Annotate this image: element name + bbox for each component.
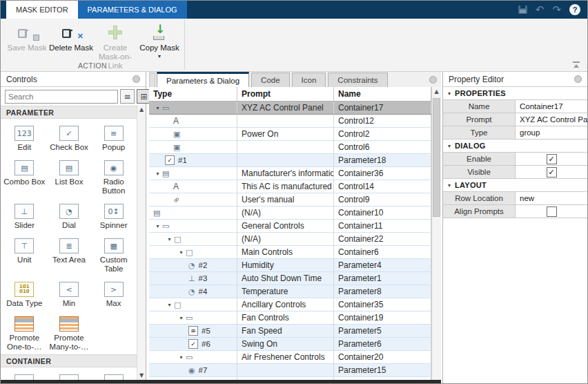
control-item-promote-many-to[interactable]: Promote Many-to-…: [47, 311, 92, 354]
table-row[interactable]: ▾▭XYZ AC Control PanelContainer17: [149, 102, 431, 115]
table-scrollbar[interactable]: ▲: [431, 87, 441, 383]
column-header-name[interactable]: Name: [334, 87, 431, 101]
expand-icon[interactable]: ▾: [177, 315, 186, 321]
property-section-layout[interactable]: ▾LAYOUT: [443, 179, 587, 192]
table-row[interactable]: ▾□Ancillary ControlsContainer35: [149, 298, 431, 311]
table-row[interactable]: ⊥#3Auto Shut Down TimeParameter1: [149, 272, 431, 285]
expand-icon[interactable]: ▾: [165, 236, 174, 242]
expand-icon[interactable]: ▾: [177, 249, 186, 256]
checkbox-checked[interactable]: ✓: [547, 154, 557, 164]
control-item-label: Data Type: [6, 299, 42, 308]
window-bottom-border: [1, 380, 441, 383]
panel-options-icon[interactable]: [429, 76, 437, 84]
help-icon[interactable]: ?: [569, 4, 580, 15]
table-row[interactable]: ∞User's manualControl9: [149, 193, 431, 207]
table-row[interactable]: ◔#2HumidityParameter4: [149, 259, 431, 272]
tab-icon[interactable]: Icon: [292, 73, 326, 87]
property-value[interactable]: new: [516, 192, 587, 204]
control-item-dial[interactable]: ◔Dial: [47, 198, 92, 233]
dropdown-caret-icon[interactable]: ▼: [157, 54, 162, 59]
titlebar-tab-parameters-dialog[interactable]: PARAMETERS & DIALOG: [78, 1, 187, 19]
expand-icon[interactable]: ▾: [177, 354, 186, 361]
expand-icon[interactable]: ▾: [448, 143, 451, 149]
property-section-properties[interactable]: ▾PROPERTIES: [443, 87, 587, 100]
table-row[interactable]: ◔#4TemperatureParameter8: [149, 285, 431, 298]
list-view-button[interactable]: ≡: [120, 89, 135, 104]
save-icon[interactable]: [518, 6, 527, 14]
property-row-name: NameContainer17: [443, 100, 587, 113]
scroll-up-icon[interactable]: ▲: [432, 88, 441, 95]
delete-mask-button[interactable]: ✕Delete Mask: [49, 21, 93, 66]
undo-icon[interactable]: ↶: [536, 5, 545, 15]
control-item-radio-button[interactable]: ◉Radio Button: [91, 155, 136, 198]
control-item-combo-box[interactable]: ▤Combo Box: [2, 155, 47, 198]
dial-icon: ◔: [59, 204, 79, 219]
control-item-max[interactable]: >Max: [91, 276, 136, 311]
table-row[interactable]: ▾□Main ControlsContainer6: [149, 246, 431, 259]
type-cell: ▾▭: [149, 311, 237, 324]
name-cell: Parameter8: [334, 285, 431, 298]
property-label: Visible: [443, 166, 516, 178]
plus-icon: [108, 26, 122, 39]
search-input[interactable]: [5, 90, 118, 104]
controls-scrollbar[interactable]: ▲ ▼: [137, 105, 146, 383]
expand-icon[interactable]: ▾: [448, 90, 451, 97]
custom-table-icon: ▦: [104, 238, 124, 253]
control-item-spinner[interactable]: 0↕Spinner: [91, 198, 136, 233]
control-item-check-box[interactable]: ✓Check Box: [47, 120, 92, 155]
table-row[interactable]: ▣Power OnControl2: [149, 128, 431, 141]
scroll-up-icon[interactable]: ▲: [137, 106, 146, 113]
titlebar-tab-mask-editor[interactable]: MASK EDITOR: [6, 1, 78, 19]
property-section-dialog[interactable]: ▾DIALOG: [443, 140, 587, 153]
control-item-popup[interactable]: ≡Popup: [91, 120, 136, 155]
expand-icon[interactable]: ▾: [165, 302, 174, 308]
copy-mask-button[interactable]: Copy Mask▼: [137, 21, 182, 66]
checkbox-unchecked[interactable]: [547, 207, 557, 217]
table-row[interactable]: ◉#7Parameter15: [149, 364, 431, 377]
control-item-text-area[interactable]: ≣Text Area: [47, 233, 92, 276]
column-header-type[interactable]: Type: [149, 87, 237, 101]
tab-constraints[interactable]: Constraints: [328, 73, 387, 87]
property-editor-header: Property Editor: [443, 72, 587, 87]
control-item-data-type[interactable]: 101010Data Type: [2, 276, 47, 311]
property-value[interactable]: XYZ AC Control Pa…: [516, 113, 587, 126]
control-item-edit[interactable]: 123Edit: [2, 120, 47, 155]
table-row[interactable]: AThis AC is manufactured by…Control14: [149, 180, 431, 193]
control-item-label: Custom Table: [92, 256, 135, 273]
control-item-min[interactable]: <Min: [47, 276, 92, 311]
property-value[interactable]: Container17: [516, 100, 587, 113]
control-item-promote-one-to[interactable]: Promote One-to-…: [2, 311, 47, 354]
parameter-tree-table: ▾▭XYZ AC Control PanelContainer17AContro…: [149, 102, 431, 383]
property-value[interactable]: group: [516, 126, 587, 139]
expand-icon[interactable]: ▾: [153, 171, 162, 177]
table-row[interactable]: ▾□(N/A)Container22: [149, 233, 431, 246]
expand-icon[interactable]: ▾: [153, 105, 162, 111]
control-item-custom-table[interactable]: ▦Custom Table: [91, 233, 136, 276]
expand-icon[interactable]: ▾: [153, 223, 162, 229]
table-row[interactable]: ✓#1Parameter18: [149, 154, 431, 167]
panel-handle[interactable]: [149, 73, 155, 87]
redo-icon[interactable]: ↷: [552, 5, 561, 15]
expand-icon[interactable]: ▾: [448, 182, 451, 189]
table-row[interactable]: ▾▭Air Freshener ControlsContainer20: [149, 351, 431, 364]
control-item-unit[interactable]: ⊤Unit: [2, 233, 47, 276]
table-row[interactable]: ≡#5Fan SpeedParameter5: [149, 325, 431, 338]
tab-parameters-dialog[interactable]: Parameters & Dialog: [157, 72, 249, 87]
table-row[interactable]: ✓#6Swing OnParameter6: [149, 338, 431, 351]
scrollbar-thumb[interactable]: [433, 98, 440, 217]
column-header-prompt[interactable]: Prompt: [237, 87, 334, 101]
panel-options-icon[interactable]: [574, 75, 582, 83]
table-row[interactable]: ▣Control6: [149, 141, 431, 154]
tab-code[interactable]: Code: [251, 73, 290, 87]
table-row[interactable]: AControl12: [149, 115, 431, 128]
table-row[interactable]: ▾▤Manufacturer's informationContainer36: [149, 167, 431, 180]
control-item-slider[interactable]: ⊥Slider: [2, 198, 47, 233]
table-row[interactable]: ▤(N/A)Container10: [149, 207, 431, 220]
table-row[interactable]: ▾▭General ControlsContainer11: [149, 220, 431, 233]
scroll-down-icon[interactable]: ▼: [137, 372, 146, 378]
control-item-list-box[interactable]: ▤List Box: [47, 155, 92, 198]
panel-options-icon[interactable]: [133, 75, 140, 83]
checkbox-checked[interactable]: ✓: [547, 167, 557, 177]
collapse-ribbon-button[interactable]: [572, 61, 580, 68]
table-row[interactable]: ▾▭Fan ControlsContainer19: [149, 311, 431, 325]
